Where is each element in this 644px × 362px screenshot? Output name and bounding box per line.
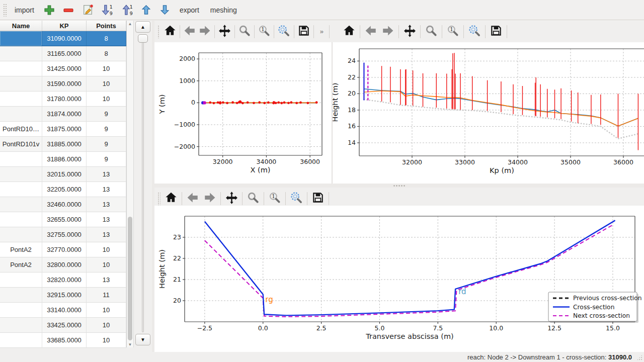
toolbar-overflow-chevron[interactable]: » — [316, 28, 327, 35]
cell-name[interactable]: PontA2 — [0, 257, 42, 272]
add-cross-section-button[interactable] — [41, 2, 57, 18]
cell-points[interactable]: 8 — [87, 31, 126, 46]
cell-name[interactable] — [0, 303, 42, 317]
cell-points[interactable]: 13 — [87, 167, 126, 182]
table-row[interactable]: 32655.000013 — [0, 212, 126, 227]
export-button[interactable]: export — [176, 2, 203, 18]
table-row[interactable]: 32820.000013 — [0, 273, 126, 288]
forward-button[interactable] — [201, 190, 218, 207]
cell-name[interactable] — [0, 61, 42, 76]
cell-points[interactable]: 13 — [87, 197, 126, 212]
zoom-button[interactable] — [423, 23, 440, 40]
cell-name[interactable] — [0, 31, 42, 46]
cell-name[interactable] — [0, 92, 42, 106]
zoom-region-button[interactable] — [466, 23, 483, 40]
cell-name[interactable] — [0, 152, 42, 166]
cell-points[interactable]: 13 — [87, 273, 126, 287]
cell-points[interactable]: 10 — [87, 61, 126, 76]
pan-button[interactable] — [401, 23, 418, 40]
cell-kp[interactable]: 31780.0000 — [42, 92, 87, 106]
scroll-up-icon[interactable]: ▲ — [127, 21, 133, 27]
home-button[interactable] — [341, 23, 358, 40]
horizontal-splitter[interactable] — [154, 184, 644, 188]
table-row[interactable]: 32755.000013 — [0, 227, 126, 242]
cell-points[interactable]: 10 — [87, 318, 126, 332]
cell-name[interactable] — [0, 288, 42, 302]
cell-kp[interactable]: 31165.0000 — [42, 46, 87, 61]
cell-kp[interactable]: 32460.0000 — [42, 197, 87, 212]
table-row[interactable]: 33425.000010 — [0, 318, 126, 333]
cell-name[interactable] — [0, 167, 42, 182]
zoom-region-button[interactable] — [276, 23, 291, 40]
toolbar-drag-handle[interactable] — [157, 192, 160, 205]
table-row[interactable]: PontRD101v31885.00009 — [0, 137, 126, 152]
back-button[interactable] — [184, 190, 201, 207]
import-button[interactable]: import — [11, 2, 38, 18]
sort-ascending-button[interactable]: 19 — [99, 2, 116, 18]
zoom-one-button[interactable]: 1 — [266, 190, 283, 207]
cell-kp[interactable]: 32015.0000 — [42, 167, 87, 182]
cell-points[interactable]: 10 — [87, 242, 126, 257]
table-row[interactable]: 31090.00008 — [0, 31, 126, 46]
table-row[interactable]: 31780.000010 — [0, 92, 126, 107]
meshing-button[interactable]: meshing — [206, 2, 241, 18]
edit-button[interactable] — [79, 2, 96, 18]
cell-points[interactable]: 9 — [87, 137, 126, 151]
toolbar-drag-handle[interactable] — [3, 4, 7, 17]
cell-points[interactable]: 11 — [87, 288, 126, 302]
slider-up-button[interactable]: ▲ — [135, 21, 150, 33]
table-row[interactable]: 32460.000013 — [0, 197, 126, 212]
cell-kp[interactable]: 32770.0000 — [42, 242, 87, 257]
cell-kp[interactable]: 32655.0000 — [42, 212, 87, 227]
pan-button[interactable] — [223, 190, 240, 207]
table-row[interactable]: 32015.000013 — [0, 167, 126, 182]
cell-kp[interactable]: 32205.0000 — [42, 182, 87, 197]
sort-descending-button[interactable]: 19 — [119, 2, 135, 18]
cell-points[interactable]: 10 — [87, 333, 126, 347]
column-header-name[interactable]: Name — [0, 21, 42, 31]
table-row[interactable]: 32205.000013 — [0, 182, 126, 197]
table-row[interactable]: 33140.000010 — [0, 303, 126, 318]
cell-kp[interactable]: 32755.0000 — [42, 227, 87, 242]
slider-down-button[interactable]: ▼ — [135, 334, 150, 345]
toolbar-drag-handle[interactable] — [157, 25, 160, 38]
table-scrollbar[interactable]: ▲ ▼ — [127, 21, 134, 347]
table-row[interactable]: 31874.00009 — [0, 107, 126, 122]
forward-button[interactable] — [379, 23, 396, 40]
cell-kp[interactable]: 31885.0000 — [42, 137, 87, 151]
cell-points[interactable]: 10 — [87, 303, 126, 317]
table-row[interactable]: PontA232800.000010 — [0, 257, 126, 273]
move-down-button[interactable] — [157, 2, 173, 18]
cell-kp[interactable]: 32800.0000 — [42, 257, 87, 272]
slider-thumb[interactable] — [138, 34, 148, 43]
cell-name[interactable] — [0, 227, 42, 242]
forward-button[interactable] — [197, 23, 212, 40]
cell-kp[interactable]: 32820.0000 — [42, 273, 87, 287]
table-scrollbar-thumb[interactable] — [128, 217, 132, 340]
save-button[interactable] — [309, 190, 327, 207]
home-button[interactable] — [162, 23, 177, 40]
plan-view-plot[interactable]: 320003400036000−2000−1000010002000X (m)Y… — [154, 42, 332, 184]
cell-name[interactable] — [0, 197, 42, 212]
cell-name[interactable] — [0, 333, 42, 347]
cell-name[interactable] — [0, 318, 42, 332]
cell-points[interactable]: 13 — [87, 182, 126, 197]
cross-section-plot[interactable]: −2.50.02.55.07.510.012.515.020212223Tran… — [154, 206, 644, 352]
cell-points[interactable]: 13 — [87, 227, 126, 242]
cell-kp[interactable]: 32915.0000 — [42, 288, 87, 302]
cell-name[interactable] — [0, 273, 42, 287]
table-row[interactable]: PontRD10…31875.00009 — [0, 122, 126, 137]
remove-cross-section-button[interactable] — [60, 2, 76, 18]
save-button[interactable] — [296, 23, 311, 40]
table-row[interactable]: 32915.000011 — [0, 288, 126, 303]
cell-name[interactable]: PontRD10… — [0, 122, 42, 136]
cell-name[interactable] — [0, 182, 42, 197]
pan-button[interactable] — [217, 23, 232, 40]
zoom-button[interactable] — [245, 190, 262, 207]
zoom-region-button[interactable] — [288, 190, 305, 207]
cell-name[interactable] — [0, 212, 42, 227]
cell-points[interactable]: 13 — [87, 212, 126, 227]
cell-kp[interactable]: 31090.0000 — [42, 31, 87, 46]
cell-points[interactable]: 9 — [87, 107, 126, 121]
cell-points[interactable]: 9 — [87, 122, 126, 136]
